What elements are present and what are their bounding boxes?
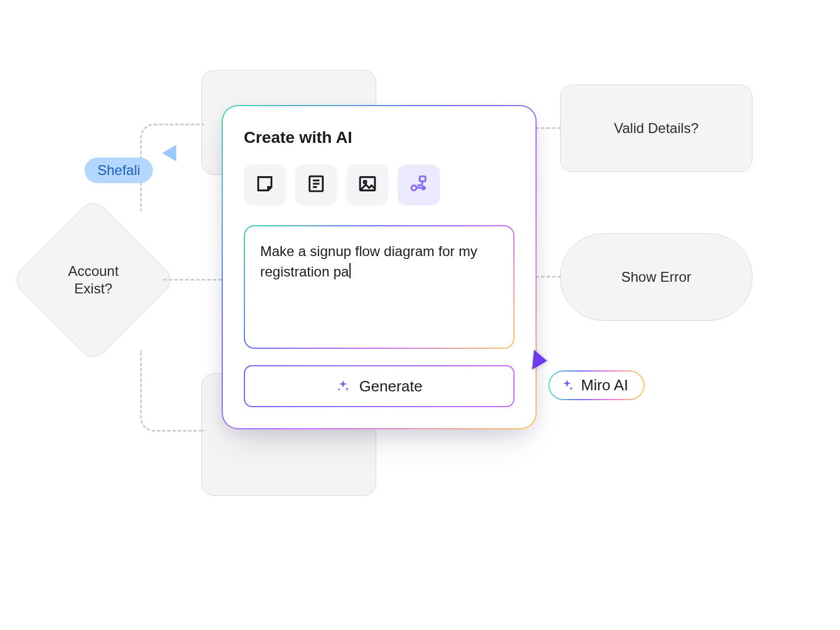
image-icon: [358, 174, 377, 196]
create-with-ai-panel: Create with AI: [222, 105, 537, 429]
connector: [536, 276, 561, 278]
sparkle-icon: [336, 379, 350, 393]
flow-node-show-error[interactable]: Show Error: [560, 233, 752, 321]
ai-cursor-name: Miro AI: [581, 376, 628, 394]
generate-button[interactable]: Generate: [244, 365, 514, 407]
remote-cursor-name: Shefali: [97, 162, 140, 178]
flow-node-valid-details[interactable]: Valid Details?: [560, 85, 752, 172]
sticky-note-icon: [255, 174, 275, 196]
flow-node-valid-details-label: Valid Details?: [614, 120, 699, 137]
document-icon: [306, 174, 326, 196]
connector: [163, 279, 222, 281]
prompt-input[interactable]: Make a signup flow diagram for my regist…: [244, 225, 514, 349]
remote-cursor-tag: Shefali: [85, 158, 153, 183]
tool-document[interactable]: [295, 164, 337, 205]
flow-decision-label: Account Exist?: [41, 262, 146, 298]
svg-point-7: [411, 186, 416, 191]
connector: [536, 127, 561, 129]
panel-title: Create with AI: [244, 128, 514, 147]
prompt-text: Make a signup flow diagram for my regist…: [260, 243, 477, 279]
generate-label: Generate: [359, 377, 422, 396]
svg-point-5: [363, 181, 366, 184]
flowchart-icon: [409, 174, 429, 196]
tool-image[interactable]: [346, 164, 388, 205]
ai-cursor-tag: Miro AI: [548, 370, 645, 400]
sparkle-icon: [560, 379, 574, 393]
tool-sticky-note[interactable]: [244, 164, 286, 205]
tool-row: [244, 164, 514, 205]
connector: [140, 350, 204, 432]
flow-node-show-error-label: Show Error: [621, 269, 691, 285]
svg-rect-6: [419, 176, 425, 181]
tool-flowchart[interactable]: [398, 164, 440, 205]
text-caret-icon: [349, 263, 351, 278]
